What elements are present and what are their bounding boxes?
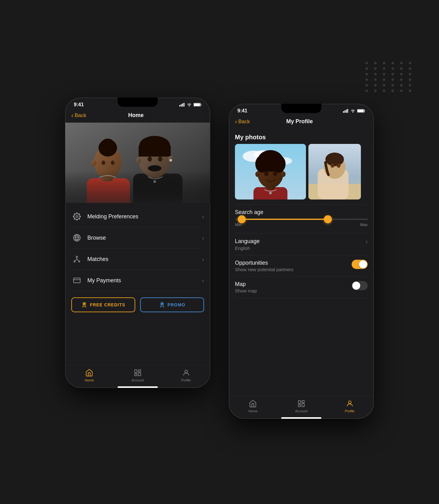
payments-label: My Payments xyxy=(87,277,202,284)
svg-point-36 xyxy=(74,261,75,262)
svg-rect-44 xyxy=(135,374,137,376)
free-credits-label: FREE CREDITS xyxy=(90,302,125,307)
chevron-right-icon: › xyxy=(202,277,204,284)
svg-point-78 xyxy=(337,163,341,168)
photo-main[interactable] xyxy=(235,144,306,200)
search-age-label: Search age xyxy=(235,209,368,216)
svg-rect-49 xyxy=(345,111,345,113)
svg-point-68 xyxy=(269,192,272,194)
nav-header: ‹ Back My Profile xyxy=(229,116,374,129)
time: 9:41 xyxy=(74,102,84,107)
tab-profile[interactable]: Profile xyxy=(337,399,362,413)
svg-rect-38 xyxy=(73,278,80,283)
language-header: Language › xyxy=(235,238,368,245)
svg-point-70 xyxy=(281,171,286,177)
chevron-right-icon: › xyxy=(202,256,204,263)
age-slider[interactable]: Min Max xyxy=(235,216,368,229)
svg-rect-82 xyxy=(302,404,304,407)
battery-icon xyxy=(194,103,202,107)
page-title: Home xyxy=(128,112,144,119)
photo-secondary[interactable] xyxy=(308,144,361,200)
svg-point-47 xyxy=(185,370,187,373)
opportunities-toggle[interactable] xyxy=(352,260,368,269)
tab-home[interactable]: Home xyxy=(77,368,102,382)
photo-secondary-content xyxy=(308,144,361,200)
svg-rect-2 xyxy=(182,103,183,107)
signal-icon xyxy=(343,109,349,113)
nav-header: ‹ Back Home xyxy=(65,109,210,123)
tab-account[interactable]: Account xyxy=(289,399,314,413)
opportunities-label: Opportunities xyxy=(235,260,352,266)
svg-rect-48 xyxy=(343,111,344,113)
chevron-right-icon: › xyxy=(202,213,204,220)
account-icon xyxy=(297,399,306,408)
svg-rect-53 xyxy=(357,110,364,112)
toggle-knob xyxy=(359,260,367,268)
tab-profile-label: Profile xyxy=(345,409,354,413)
matches-item[interactable]: Matches › xyxy=(71,249,204,270)
globe-icon xyxy=(71,232,82,243)
map-toggle[interactable] xyxy=(352,281,368,290)
tab-home-label: Home xyxy=(249,409,257,413)
network-icon xyxy=(71,254,82,265)
free-credits-button[interactable]: FREE CREDITS xyxy=(71,297,135,312)
back-button[interactable]: ‹ Back xyxy=(71,112,86,119)
svg-rect-81 xyxy=(302,401,304,403)
credit-buttons-container: FREE CREDITS PROMO xyxy=(65,291,210,317)
slider-fill xyxy=(242,219,328,220)
settings-section: Search age Min Max Language xyxy=(229,205,374,298)
svg-rect-5 xyxy=(194,103,200,106)
tab-account[interactable]: Account xyxy=(125,368,150,382)
tab-profile[interactable]: Profile xyxy=(174,368,199,382)
svg-rect-0 xyxy=(179,105,180,107)
home-indicator xyxy=(118,386,158,388)
signal-icon xyxy=(179,103,185,107)
svg-point-66 xyxy=(264,171,269,176)
battery-icon xyxy=(357,109,365,113)
home-icon xyxy=(249,399,257,408)
photo-main-content xyxy=(235,144,306,200)
menu-list: Melding Preferences › Browse › Matches › xyxy=(65,206,210,291)
svg-rect-43 xyxy=(135,370,137,373)
photos-section-title: My photos xyxy=(229,129,374,144)
tab-home-label: Home xyxy=(85,378,94,382)
browse-item[interactable]: Browse › xyxy=(71,227,204,249)
tab-profile-label: Profile xyxy=(181,378,191,382)
map-subtitle: Show map xyxy=(235,288,352,293)
slider-thumb-max[interactable] xyxy=(324,215,332,223)
notch xyxy=(281,104,321,113)
svg-point-77 xyxy=(331,163,334,168)
profile-icon xyxy=(182,368,190,377)
svg-rect-50 xyxy=(346,110,347,113)
back-button[interactable]: ‹ Back xyxy=(235,118,250,125)
toggle-knob xyxy=(352,282,360,290)
tab-account-label: Account xyxy=(295,409,307,413)
home-indicator xyxy=(281,417,321,419)
svg-point-35 xyxy=(76,256,77,257)
wifi-icon xyxy=(187,103,192,107)
time: 9:41 xyxy=(237,108,247,114)
status-icons xyxy=(179,103,202,107)
search-age-row: Search age Min Max xyxy=(235,205,368,233)
slider-labels: Min Max xyxy=(235,222,368,227)
map-label: Map xyxy=(235,281,352,288)
language-row[interactable]: Language › English xyxy=(235,233,368,255)
tab-home[interactable]: Home xyxy=(240,399,265,413)
payments-item[interactable]: My Payments › xyxy=(71,270,204,291)
svg-point-37 xyxy=(78,261,80,262)
opportunities-row: Opportunities Show new potential partner… xyxy=(235,255,368,277)
svg-point-69 xyxy=(255,171,260,177)
award-icon xyxy=(81,302,87,308)
decorative-dots xyxy=(366,62,414,92)
svg-point-76 xyxy=(325,153,344,166)
photos-row xyxy=(229,144,374,204)
promo-button[interactable]: PROMO xyxy=(140,297,204,312)
melding-preferences-item[interactable]: Melding Preferences › xyxy=(71,206,204,227)
tab-bar: Home Account Profile xyxy=(65,365,210,384)
right-phone: 9:41 ‹ Back My Profile My photos xyxy=(229,104,374,419)
chevron-right-icon: › xyxy=(366,238,368,245)
tab-account-label: Account xyxy=(132,378,144,382)
svg-point-32 xyxy=(76,216,78,218)
slider-thumb-min[interactable] xyxy=(238,215,246,223)
notch xyxy=(118,98,158,107)
